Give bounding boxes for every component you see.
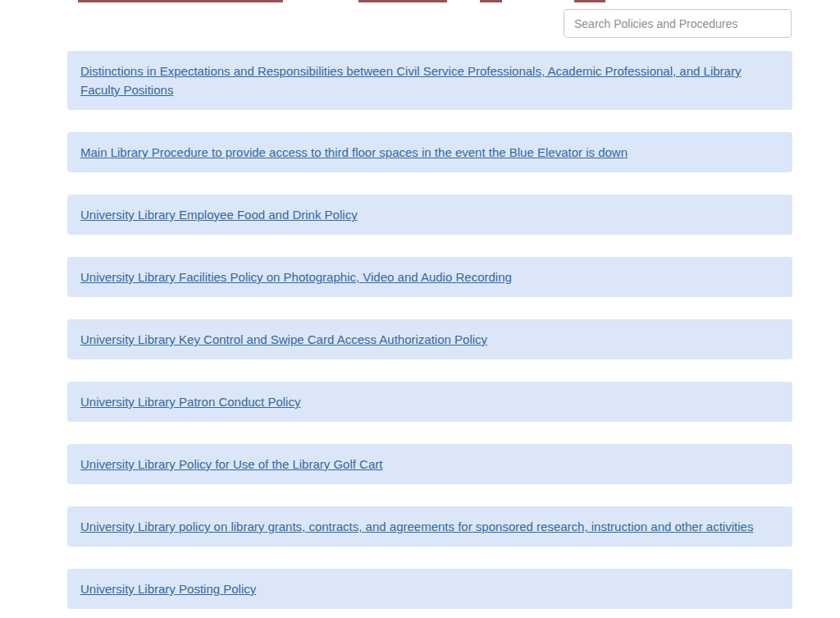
policy-link[interactable]: University Library Posting Policy	[80, 582, 256, 596]
clipped-heading-remnant	[574, 0, 605, 2]
policy-card: University Library policy on library gra…	[67, 506, 792, 547]
search-input[interactable]	[564, 9, 792, 38]
policy-link[interactable]: Distinctions in Expectations and Respons…	[80, 64, 741, 97]
clipped-heading-remnant	[78, 0, 283, 2]
clipped-heading-remnant	[358, 0, 447, 2]
clipped-heading-remnant	[480, 0, 502, 2]
policy-link[interactable]: University Library Policy for Use of the…	[80, 457, 382, 471]
policy-card: University Library Key Control and Swipe…	[67, 319, 792, 359]
policy-card: Distinctions in Expectations and Respons…	[67, 51, 792, 110]
policy-card: University Library Employee Food and Dri…	[67, 195, 792, 235]
policy-link[interactable]: University Library Facilities Policy on …	[80, 270, 512, 284]
policy-link[interactable]: Main Library Procedure to provide access…	[80, 145, 628, 159]
policy-link[interactable]: University Library Patron Conduct Policy	[80, 395, 300, 409]
policy-card: University Library Posting Policy	[67, 569, 792, 609]
policy-card: Main Library Procedure to provide access…	[67, 132, 792, 172]
policy-card: University Library Patron Conduct Policy	[67, 382, 792, 422]
policy-list: Distinctions in Expectations and Respons…	[67, 51, 792, 618]
policy-card: University Library Facilities Policy on …	[67, 257, 792, 297]
policies-page: Distinctions in Expectations and Respons…	[0, 0, 840, 618]
search-container	[564, 9, 792, 38]
policy-card: University Library Policy for Use of the…	[67, 444, 792, 484]
policy-link[interactable]: University Library policy on library gra…	[80, 520, 753, 533]
policy-link[interactable]: University Library Key Control and Swipe…	[80, 332, 487, 346]
policy-link[interactable]: University Library Employee Food and Dri…	[80, 208, 358, 222]
